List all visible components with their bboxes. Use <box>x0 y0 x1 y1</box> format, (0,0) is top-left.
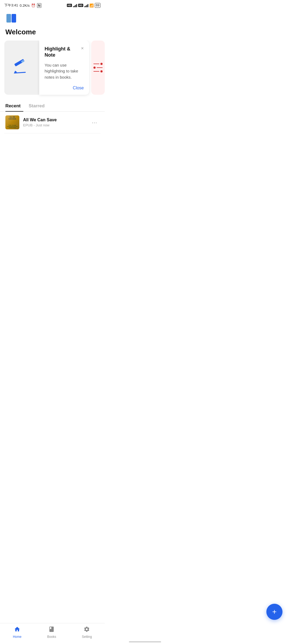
filter-line-3 <box>93 70 103 72</box>
book-list: ALL WECAN SAVE Truth, Courageand Solutio… <box>0 112 105 133</box>
svg-rect-1 <box>12 14 16 23</box>
card-close-x-button[interactable]: × <box>81 46 84 51</box>
status-right-icons: HD HD 📶 69 <box>67 3 100 8</box>
filter-dot-2 <box>93 67 96 69</box>
signal-icon-2 <box>84 3 88 7</box>
card-title-row: Highlight & Note × <box>45 46 84 58</box>
wifi-icon: 📶 <box>89 3 94 8</box>
filter-bar-3 <box>93 71 99 72</box>
status-bar: 下午3:41 0.2K/s ⏰ N HD HD 📶 69 <box>0 0 105 10</box>
book-cover-art: ALL WECAN SAVE Truth, Courageand Solutio… <box>5 115 19 129</box>
hd-badge-2: HD <box>78 4 83 7</box>
signal-icon-1 <box>73 3 77 7</box>
book-more-button[interactable]: ··· <box>90 118 99 127</box>
alarm-icon: ⏰ <box>31 3 35 8</box>
book-title: All We Can Save <box>23 118 90 122</box>
welcome-title: Welcome <box>0 26 105 41</box>
tab-recent[interactable]: Recent <box>5 100 23 111</box>
card-wrapper: Highlight & Note × You can use highlight… <box>0 41 105 95</box>
pencil-icon-container <box>12 58 31 77</box>
hd-badge-1: HD <box>67 4 72 7</box>
app-header <box>0 10 105 26</box>
tab-underline <box>5 111 23 112</box>
card-close-link-area: Close <box>45 86 84 90</box>
filter-bar-1 <box>93 64 99 64</box>
nfc-icon: N <box>37 3 41 8</box>
highlight-note-card: Highlight & Note × You can use highlight… <box>39 41 89 95</box>
card-close-text-button[interactable]: Close <box>73 86 84 90</box>
tabs-area: Recent Starred <box>0 100 105 112</box>
time-text: 下午3:41 <box>4 3 18 8</box>
filter-line-2 <box>93 67 103 69</box>
card-right-partial <box>91 41 105 95</box>
network-speed: 0.2K/s <box>20 3 30 8</box>
carousel-area: Highlight & Note × You can use highlight… <box>0 41 105 100</box>
filter-dot-1 <box>100 63 103 65</box>
app-logo <box>5 12 17 24</box>
filter-bar-2 <box>97 67 103 68</box>
card-icon-section <box>4 41 39 95</box>
battery-icon: 69 <box>95 3 100 8</box>
pencil-icon <box>12 58 31 77</box>
book-item[interactable]: ALL WECAN SAVE Truth, Courageand Solutio… <box>4 112 100 133</box>
filter-line-1 <box>93 63 103 65</box>
filter-icon-red <box>91 63 105 72</box>
book-info: All We Can Save EPUB - Just now <box>23 118 90 127</box>
status-time: 下午3:41 0.2K/s ⏰ N <box>4 3 41 8</box>
filter-dot-3 <box>100 70 103 72</box>
card-description: You can use highlighting to take notes i… <box>45 62 84 80</box>
svg-rect-0 <box>6 14 11 23</box>
card-title: Highlight & Note <box>45 46 79 58</box>
book-subtitle: EPUB - Just now <box>23 123 90 127</box>
svg-line-5 <box>15 72 25 73</box>
book-cover: ALL WECAN SAVE Truth, Courageand Solutio… <box>5 115 19 129</box>
tab-starred[interactable]: Starred <box>29 100 48 111</box>
